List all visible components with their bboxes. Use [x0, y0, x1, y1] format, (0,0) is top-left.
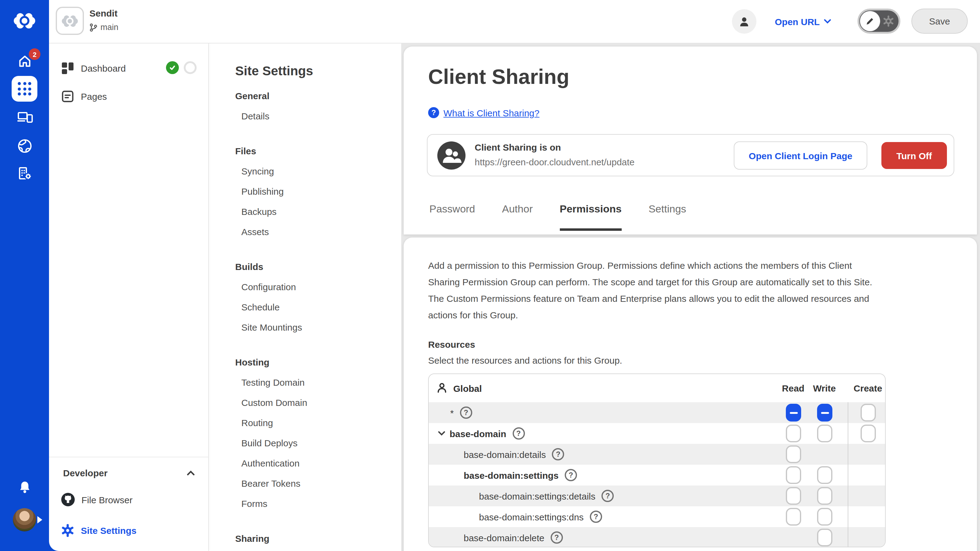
read-checkbox[interactable]	[786, 466, 801, 484]
tab-settings[interactable]: Settings	[649, 203, 686, 231]
nav-item-publishing[interactable]: Publishing	[235, 181, 401, 202]
help-circle-icon[interactable]: ?	[428, 107, 439, 118]
sidebar-item-site-settings[interactable]: Site Settings	[49, 515, 208, 546]
nav-item-authentication[interactable]: Authentication	[235, 453, 401, 473]
avatar-expand-arrow[interactable]	[37, 516, 42, 524]
nav-item-site-mountings[interactable]: Site Mountings	[235, 317, 401, 337]
client-sharing-url: https://green-door.cloudvent.net/update	[475, 157, 635, 167]
account-icon[interactable]	[732, 9, 756, 34]
permission-row-wildcard: * ?	[429, 402, 885, 423]
nav-item-routing[interactable]: Routing	[235, 413, 401, 433]
column-header-read: Read	[782, 383, 804, 393]
column-header-create: Create	[854, 383, 882, 393]
sidebar-item-dashboard[interactable]: Dashboard	[49, 54, 208, 82]
permissions-panel: Add a permission to this Permission Grou…	[404, 238, 977, 551]
site-logo-tile[interactable]	[56, 7, 84, 35]
open-url-button[interactable]: Open URL	[775, 0, 832, 43]
saved-status-icon[interactable]	[166, 61, 179, 74]
create-checkbox[interactable]	[861, 404, 876, 421]
open-client-login-button[interactable]: Open Client Login Page	[734, 141, 867, 170]
write-checkbox[interactable]	[817, 425, 832, 442]
nav-item-bearer-tokens[interactable]: Bearer Tokens	[235, 473, 401, 494]
tab-password[interactable]: Password	[430, 203, 475, 231]
sidebar-item-label: Site Settings	[81, 525, 137, 535]
help-circle-icon[interactable]: ?	[565, 469, 577, 481]
read-checkbox[interactable]	[786, 445, 801, 463]
status-title: Client Sharing is on	[475, 142, 561, 152]
help-circle-icon[interactable]: ?	[550, 531, 563, 544]
permissions-table: Global Read Write Create * ? base-	[428, 373, 886, 547]
user-avatar[interactable]	[13, 508, 36, 531]
edit-mode-toggle[interactable]	[858, 9, 900, 34]
apps-grid-icon[interactable]	[12, 76, 37, 102]
what-is-client-sharing-link[interactable]: What is Client Sharing?	[444, 108, 539, 118]
permissions-description: Add a permission to this Permission Grou…	[428, 257, 879, 323]
help-circle-icon[interactable]: ?	[460, 407, 472, 419]
sidebar-item-pages[interactable]: Pages	[49, 82, 208, 110]
git-branch-icon	[89, 23, 97, 32]
permission-row-base-domain-delete: base-domain:delete ?	[429, 527, 885, 547]
nav-item-schedule[interactable]: Schedule	[235, 297, 401, 317]
settings-nav: Site Settings General Details Files Sync…	[208, 43, 401, 551]
read-checkbox[interactable]	[786, 404, 801, 421]
developer-section: Developer File Browser	[49, 457, 208, 546]
nav-section-hosting: Hosting Testing Domain Custom Domain Rou…	[235, 352, 401, 514]
nav-section-general: General Details	[235, 86, 401, 126]
turn-off-button[interactable]: Turn Off	[881, 142, 947, 169]
help-circle-icon[interactable]: ?	[552, 448, 565, 460]
globe-icon[interactable]	[0, 138, 49, 154]
resources-heading: Resources	[428, 339, 953, 349]
write-checkbox[interactable]	[817, 404, 832, 421]
nav-section-sharing: Sharing	[235, 528, 401, 549]
nav-item-backups[interactable]: Backups	[235, 202, 401, 222]
read-checkbox[interactable]	[786, 508, 801, 526]
chevron-down-icon[interactable]	[429, 431, 445, 436]
nav-item-syncing[interactable]: Syncing	[235, 161, 401, 181]
nav-item-custom-domain[interactable]: Custom Domain	[235, 392, 401, 413]
client-sharing-panel: Client Sharing ? What is Client Sharing?…	[404, 46, 977, 235]
devices-icon[interactable]	[0, 111, 49, 124]
help-circle-icon[interactable]: ?	[590, 511, 602, 523]
nav-section-files: Files Syncing Publishing Backups Assets	[235, 141, 401, 242]
nav-item-testing-domain[interactable]: Testing Domain	[235, 372, 401, 392]
help-circle-icon[interactable]: ?	[512, 427, 525, 440]
write-checkbox[interactable]	[817, 466, 832, 484]
permission-row-base-domain-settings: base-domain:settings ?	[429, 465, 885, 486]
permission-row-base-domain-details: base-domain:details ?	[429, 444, 885, 465]
nav-section-builds: Builds Configuration Schedule Site Mount…	[235, 257, 401, 337]
nav-item-forms[interactable]: Forms	[235, 494, 401, 514]
home-icon[interactable]	[0, 54, 49, 68]
read-checkbox[interactable]	[786, 425, 801, 442]
nav-item-configuration[interactable]: Configuration	[235, 277, 401, 297]
permission-row-base-domain-settings-details: base-domain:settings:details ?	[429, 486, 885, 506]
sidebar-item-label: Dashboard	[81, 63, 126, 73]
sidebar-item-file-browser[interactable]: File Browser	[49, 484, 208, 515]
create-checkbox[interactable]	[861, 425, 876, 442]
toggle-knob	[860, 11, 880, 31]
write-checkbox[interactable]	[817, 529, 832, 546]
gear-icon	[883, 15, 894, 27]
people-icon	[438, 141, 466, 170]
nav-item-assets[interactable]: Assets	[235, 222, 401, 242]
help-circle-icon[interactable]: ?	[601, 490, 614, 502]
pencil-icon	[865, 16, 875, 26]
page-title: Client Sharing	[428, 65, 569, 89]
nav-item-build-deploys[interactable]: Build Deploys	[235, 433, 401, 453]
tab-author[interactable]: Author	[502, 203, 533, 231]
site-name: Sendit	[89, 8, 118, 18]
resources-hint: Select the resources and actions for thi…	[428, 355, 953, 365]
permission-row-base-domain-settings-dns: base-domain:settings:dns ?	[429, 506, 885, 527]
unsaved-status-icon[interactable]	[184, 61, 197, 74]
write-checkbox[interactable]	[817, 487, 832, 505]
bell-icon[interactable]	[0, 481, 49, 494]
read-checkbox[interactable]	[786, 487, 801, 505]
nav-item-details[interactable]: Details	[235, 106, 401, 126]
save-button[interactable]: Save	[912, 9, 968, 34]
organization-settings-icon[interactable]	[0, 166, 49, 181]
developer-section-toggle[interactable]: Developer	[49, 461, 208, 484]
notification-badge: 2	[29, 48, 40, 60]
tab-permissions[interactable]: Permissions	[560, 203, 621, 231]
write-checkbox[interactable]	[817, 508, 832, 526]
dashboard-icon	[62, 62, 73, 74]
top-bar: Sendit main Open URL	[49, 0, 980, 43]
